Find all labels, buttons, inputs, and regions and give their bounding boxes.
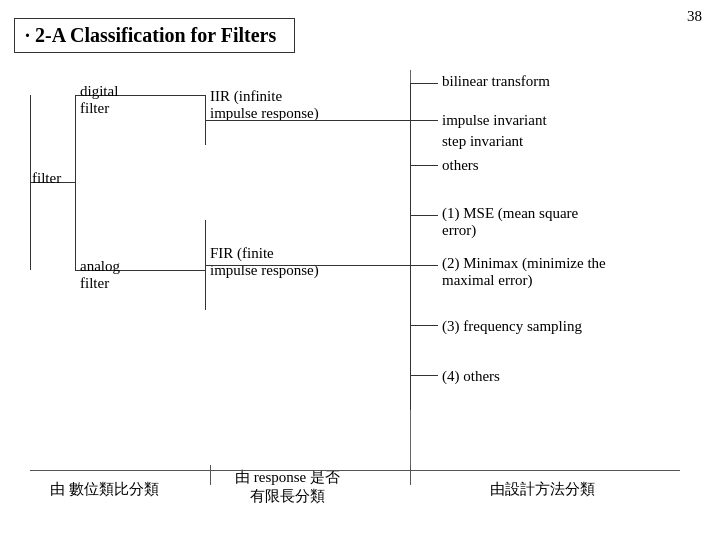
analog-to-fir-line [120, 270, 205, 271]
bilinear-label: bilinear transform [442, 73, 550, 90]
impulse-invariant-label: impulse invariant [442, 112, 547, 129]
fir-right-vline [410, 215, 411, 410]
bottom-divider [30, 470, 680, 471]
bottom-right-label: 由設計方法分類 [490, 480, 595, 499]
others-fir-label: (4) others [442, 368, 500, 385]
page-title: · 2-A Classification for Filters [14, 18, 295, 53]
fir-label: FIR (finite impulse response) [210, 245, 319, 279]
digital-filter-label: digital filter [80, 83, 118, 117]
freq-sampling-label: (3) frequency sampling [442, 318, 582, 335]
iir-branch-1 [410, 83, 438, 84]
iir-branch-3 [410, 165, 438, 166]
bottom-vdiv1 [210, 465, 211, 485]
fir-to-sep-line [205, 265, 410, 266]
fir-branch-3 [410, 325, 438, 326]
others-iir-label: others [442, 157, 479, 174]
bottom-mid-label: 由 response 是否 有限長分類 [235, 468, 340, 506]
mse-label: (1) MSE (mean square error) [442, 205, 578, 239]
minimax-label: (2) Minimax (minimize the maximal error) [442, 255, 606, 289]
step-invariant-label: step invariant [442, 133, 523, 150]
fir-branch-4 [410, 375, 438, 376]
fir-branch-1 [410, 215, 438, 216]
iir-to-sep-line [205, 120, 410, 121]
iir-label: IIR (infinite impulse response) [210, 88, 319, 122]
filter-vline [75, 95, 76, 270]
bottom-left-label: 由 數位類比分類 [50, 480, 159, 499]
iir-branch-2 [410, 120, 438, 121]
fir-branch-2 [410, 265, 438, 266]
digital-to-iir-line [120, 95, 205, 96]
bottom-vdiv2 [410, 465, 411, 485]
analog-filter-label: analog filter [80, 258, 120, 292]
page-number: 38 [687, 8, 702, 25]
filter-label: filter [32, 170, 61, 187]
